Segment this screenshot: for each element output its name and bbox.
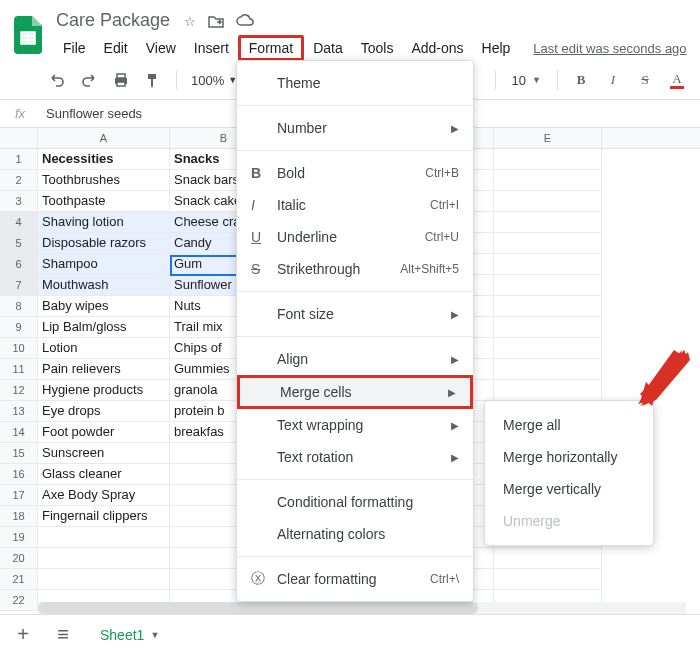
cell[interactable]: Hygiene products <box>38 380 170 401</box>
cell[interactable]: Mouthwash <box>38 275 170 296</box>
cloud-icon[interactable] <box>236 14 254 31</box>
menu-insert[interactable]: Insert <box>185 36 238 60</box>
cell[interactable]: Disposable razors <box>38 233 170 254</box>
cell[interactable] <box>494 254 602 275</box>
row-header[interactable]: 9 <box>0 317 38 338</box>
scrollbar-thumb[interactable] <box>38 602 478 614</box>
cell[interactable]: Toothbrushes <box>38 170 170 191</box>
add-sheet-button[interactable]: + <box>10 623 36 646</box>
row-header[interactable]: 15 <box>0 443 38 464</box>
cell[interactable] <box>494 317 602 338</box>
row-header[interactable]: 8 <box>0 296 38 317</box>
row-header[interactable]: 1 <box>0 149 38 170</box>
menu-theme[interactable]: Theme <box>237 67 473 99</box>
menu-underline[interactable]: UUnderlineCtrl+U <box>237 221 473 253</box>
col-header-a[interactable]: A <box>38 128 170 148</box>
cell[interactable] <box>494 191 602 212</box>
row-header[interactable]: 10 <box>0 338 38 359</box>
col-header-e[interactable]: E <box>494 128 602 148</box>
row-header[interactable]: 17 <box>0 485 38 506</box>
cell[interactable] <box>38 548 170 569</box>
menu-align[interactable]: Align▶ <box>237 343 473 375</box>
row-header[interactable]: 6 <box>0 254 38 275</box>
redo-icon[interactable] <box>76 67 102 93</box>
cell[interactable] <box>38 569 170 590</box>
formula-input[interactable]: Sunflower seeds <box>40 106 142 121</box>
sheets-logo-icon[interactable] <box>10 12 46 58</box>
row-header[interactable]: 4 <box>0 212 38 233</box>
menu-merge-cells[interactable]: Merge cells▶ <box>237 375 473 409</box>
menu-strikethrough[interactable]: SStrikethroughAlt+Shift+5 <box>237 253 473 285</box>
horizontal-scrollbar[interactable] <box>38 602 686 614</box>
cell[interactable] <box>494 296 602 317</box>
menu-italic[interactable]: IItalicCtrl+I <box>237 189 473 221</box>
last-edit-link[interactable]: Last edit was seconds ago <box>533 41 686 56</box>
strikethrough-button[interactable]: S <box>632 67 658 93</box>
cell[interactable] <box>494 548 602 569</box>
cell[interactable]: Sunscreen <box>38 443 170 464</box>
zoom-select[interactable]: 100%▼ <box>187 73 241 88</box>
menu-view[interactable]: View <box>137 36 185 60</box>
menu-font-size[interactable]: Font size▶ <box>237 298 473 330</box>
menu-tools[interactable]: Tools <box>352 36 403 60</box>
merge-horizontally[interactable]: Merge horizontally <box>485 441 653 473</box>
italic-button[interactable]: I <box>600 67 626 93</box>
row-header[interactable]: 21 <box>0 569 38 590</box>
menu-format[interactable]: Format <box>238 35 304 61</box>
all-sheets-button[interactable]: ≡ <box>50 623 76 646</box>
undo-icon[interactable] <box>44 67 70 93</box>
cell[interactable] <box>494 338 602 359</box>
cell[interactable] <box>494 149 602 170</box>
merge-all[interactable]: Merge all <box>485 409 653 441</box>
cell[interactable]: Foot powder <box>38 422 170 443</box>
menu-conditional-formatting[interactable]: Conditional formatting <box>237 486 473 518</box>
cell[interactable]: Necessities <box>38 149 170 170</box>
menu-text-wrapping[interactable]: Text wrapping▶ <box>237 409 473 441</box>
menu-text-rotation[interactable]: Text rotation▶ <box>237 441 473 473</box>
menu-edit[interactable]: Edit <box>95 36 137 60</box>
font-size-select[interactable]: 10▼ <box>506 73 547 88</box>
cell[interactable]: Axe Body Spray <box>38 485 170 506</box>
cell[interactable]: Baby wipes <box>38 296 170 317</box>
menu-bold[interactable]: BBoldCtrl+B <box>237 157 473 189</box>
cell[interactable] <box>494 380 602 401</box>
cell[interactable]: Eye drops <box>38 401 170 422</box>
sheet-tab[interactable]: Sheet1▼ <box>90 621 169 649</box>
row-header[interactable]: 12 <box>0 380 38 401</box>
text-color-button[interactable]: A <box>664 67 690 93</box>
move-icon[interactable] <box>208 14 224 31</box>
merge-vertically[interactable]: Merge vertically <box>485 473 653 505</box>
cell[interactable]: Fingernail clippers <box>38 506 170 527</box>
print-icon[interactable] <box>108 67 134 93</box>
menu-number[interactable]: Number▶ <box>237 112 473 144</box>
row-header[interactable]: 16 <box>0 464 38 485</box>
row-header[interactable]: 19 <box>0 527 38 548</box>
paint-format-icon[interactable] <box>140 67 166 93</box>
menu-addons[interactable]: Add-ons <box>402 36 472 60</box>
row-header[interactable]: 22 <box>0 590 38 611</box>
menu-data[interactable]: Data <box>304 36 352 60</box>
row-header[interactable]: 18 <box>0 506 38 527</box>
cell[interactable]: Shaving lotion <box>38 212 170 233</box>
document-title[interactable]: Care Package <box>54 8 172 33</box>
row-header[interactable]: 11 <box>0 359 38 380</box>
cell[interactable] <box>494 359 602 380</box>
cell[interactable]: Lotion <box>38 338 170 359</box>
row-header[interactable]: 7 <box>0 275 38 296</box>
select-all-corner[interactable] <box>0 128 38 148</box>
row-header[interactable]: 5 <box>0 233 38 254</box>
cell[interactable] <box>494 170 602 191</box>
cell[interactable]: Glass cleaner <box>38 464 170 485</box>
bold-button[interactable]: B <box>568 67 594 93</box>
menu-help[interactable]: Help <box>473 36 520 60</box>
star-icon[interactable]: ☆ <box>184 14 196 31</box>
cell[interactable] <box>494 569 602 590</box>
row-header[interactable]: 3 <box>0 191 38 212</box>
cell[interactable] <box>38 527 170 548</box>
row-header[interactable]: 14 <box>0 422 38 443</box>
row-header[interactable]: 13 <box>0 401 38 422</box>
cell[interactable]: Shampoo <box>38 254 170 275</box>
cell[interactable]: Toothpaste <box>38 191 170 212</box>
row-header[interactable]: 20 <box>0 548 38 569</box>
cell[interactable] <box>494 233 602 254</box>
